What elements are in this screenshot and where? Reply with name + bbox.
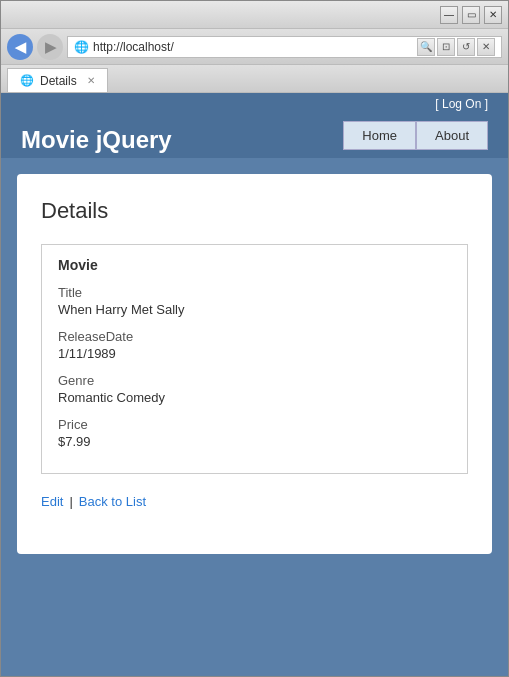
genre-label: Genre [58,373,451,388]
content-card: Details Movie Title When Harry Met Sally… [17,174,492,554]
title-bar-buttons: — ▭ ✕ [440,6,502,24]
main-content: Details Movie Title When Harry Met Sally… [1,158,508,676]
title-bar: — ▭ ✕ [1,1,508,29]
price-value: $7.99 [58,434,451,449]
back-to-list-link[interactable]: Back to List [79,494,146,509]
title-label: Title [58,285,451,300]
app-title: Movie jQuery [21,126,172,154]
link-separator: | [69,494,72,509]
browser-window: — ▭ ✕ ◀ ▶ 🌐 http://localhost/ 🔍 ⊡ ↺ ✕ [0,0,509,677]
page-area: [ Log On ] Movie jQuery Home About Detai… [1,93,508,676]
genre-value: Romantic Comedy [58,390,451,405]
minimize-button[interactable]: — [440,6,458,24]
restore-button[interactable]: ▭ [462,6,480,24]
address-actions: 🔍 ⊡ ↺ ✕ [417,38,495,56]
releasedate-label: ReleaseDate [58,329,451,344]
field-group-releasedate: ReleaseDate 1/11/1989 [58,329,451,361]
tab-label: Details [40,74,77,88]
tab-favicon: 🌐 [20,74,34,87]
compat-button[interactable]: ⊡ [437,38,455,56]
home-nav-button[interactable]: Home [343,121,416,150]
close-button[interactable]: ✕ [484,6,502,24]
about-nav-button[interactable]: About [416,121,488,150]
movie-box: Movie Title When Harry Met Sally Release… [41,244,468,474]
address-bar: ◀ ▶ 🌐 http://localhost/ 🔍 ⊡ ↺ ✕ [1,29,508,65]
address-url: http://localhost/ [93,40,413,54]
price-label: Price [58,417,451,432]
forward-button[interactable]: ▶ [37,34,63,60]
header-top: [ Log On ] [21,93,488,113]
edit-link[interactable]: Edit [41,494,63,509]
address-icon: 🌐 [74,40,89,54]
search-address-button[interactable]: 🔍 [417,38,435,56]
releasedate-value: 1/11/1989 [58,346,451,361]
refresh-button[interactable]: ↺ [457,38,475,56]
nav-buttons: Home About [343,121,488,150]
tab-bar: 🌐 Details ✕ [1,65,508,93]
field-group-title: Title When Harry Met Sally [58,285,451,317]
app-header: [ Log On ] Movie jQuery Home About [1,93,508,158]
log-on-link[interactable]: [ Log On ] [435,97,488,111]
field-group-price: Price $7.99 [58,417,451,449]
field-group-genre: Genre Romantic Comedy [58,373,451,405]
app-title-nav: Movie jQuery Home About [21,113,488,158]
title-value: When Harry Met Sally [58,302,451,317]
browser-tab[interactable]: 🌐 Details ✕ [7,68,108,92]
movie-box-title: Movie [58,257,451,273]
back-button[interactable]: ◀ [7,34,33,60]
action-links: Edit | Back to List [41,494,468,509]
tab-close-button[interactable]: ✕ [87,75,95,86]
page-heading: Details [41,198,468,224]
stop-button[interactable]: ✕ [477,38,495,56]
address-field[interactable]: 🌐 http://localhost/ 🔍 ⊡ ↺ ✕ [67,36,502,58]
